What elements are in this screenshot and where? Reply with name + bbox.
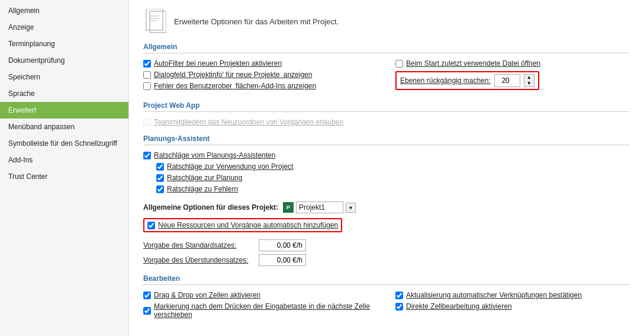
project-selector: P Projekt1 ▾ (283, 201, 356, 213)
beim-start-row: Beim Start zuletzt verwendete Datei öffn… (395, 59, 630, 68)
direkte-checkbox[interactable] (395, 303, 403, 311)
ebenen-input[interactable]: 20 (494, 74, 520, 87)
ebenen-down-button[interactable]: ▼ (524, 81, 534, 87)
ratschlaege-checkbox[interactable] (143, 152, 151, 159)
beim-start-label: Beim Start zuletzt verwendete Datei öffn… (406, 59, 540, 68)
markierung-checkbox[interactable] (143, 307, 151, 315)
ebenen-container: Ebenen rückgängig machen: 20 ▲ ▼ (395, 71, 630, 90)
ratschlaege-fehler-row: Ratschläge zu Fehlern (143, 185, 630, 193)
dialogfeld-row: Dialogfeld 'Projektinfo' für neue Projek… (143, 71, 378, 79)
ratschlaege-fehler-label: Ratschläge zu Fehlern (167, 185, 238, 193)
projekt-optionen-header-row: Allgemeine Optionen für dieses Projekt: … (143, 201, 630, 213)
dialogfeld-checkbox[interactable] (143, 71, 151, 79)
ebenen-highlight-box: Ebenen rückgängig machen: 20 ▲ ▼ (395, 71, 539, 90)
fehler-row: Fehler des Benutzeroberﾠflächen-Add-Ins … (143, 82, 378, 90)
svg-rect-0 (146, 9, 163, 30)
sidebar-item-sprache[interactable]: Sprache (0, 85, 128, 102)
page-title: Erweiterte Optionen für das Arbeiten mit… (174, 17, 339, 26)
allgemein-two-col: AutoFilter bei neuen Projekten aktiviere… (143, 59, 630, 93)
fehler-checkbox[interactable] (143, 82, 151, 90)
autofilter-checkbox[interactable] (143, 60, 151, 68)
planung-row: Ratschläge zur Planung (143, 174, 630, 182)
page-header: Erweiterte Optionen für das Arbeiten mit… (143, 9, 630, 33)
standardsatz-label: Vorgabe des Standardsatzes: (143, 241, 253, 249)
section-projekt-optionen: Allgemeine Optionen für dieses Projekt: … (143, 201, 630, 266)
beim-start-checkbox[interactable] (395, 60, 403, 68)
section-projectweb-header: Project Web App (143, 101, 630, 112)
markierung-row: Markierung nach dem Drücken der Eingabet… (143, 302, 378, 319)
direkte-label: Direkte Zellbearbeitung aktivieren (406, 302, 512, 311)
ebenen-label: Ebenen rückgängig machen: (400, 76, 491, 85)
projekt-optionen-label: Allgemeine Optionen für dieses Projekt: (143, 203, 278, 212)
section-project-web: Project Web App Teammitgliedern das Neuz… (143, 101, 630, 126)
standardsatz-input[interactable] (259, 239, 306, 251)
section-allgemein-header: Allgemein (143, 43, 630, 53)
sidebar-item-symbolleiste[interactable]: Symbolleiste für den Schnellzugriff (0, 135, 128, 152)
section-planungs: Planungs-Assistent Ratschläge vom Planun… (143, 135, 630, 193)
sidebar-item-addins[interactable]: Add-Ins (0, 152, 128, 168)
project-dropdown[interactable]: Projekt1 (296, 201, 343, 213)
svg-rect-1 (150, 11, 166, 33)
markierung-label: Markierung nach dem Drücken der Eingabet… (154, 302, 378, 319)
sidebar-item-erweitert[interactable]: Erweitert (0, 102, 128, 119)
ueberstunden-label: Vorgabe des Überstundensatzes: (143, 256, 253, 264)
drag-checkbox[interactable] (143, 292, 151, 299)
neue-ressourcen-wrapper: Neue Ressourcen und Vorgänge automatisch… (143, 218, 630, 236)
autofilter-row: AutoFilter bei neuen Projekten aktiviere… (143, 59, 378, 68)
allgemein-col-right: Beim Start zuletzt verwendete Datei öffn… (395, 59, 630, 93)
neue-ressourcen-label: Neue Ressourcen und Vorgänge automatisch… (158, 221, 338, 229)
ebenen-spinner: ▲ ▼ (524, 74, 534, 87)
bearbeiten-col-left: Drag & Drop von Zellen aktivieren Markie… (143, 291, 378, 322)
sidebar-item-dokumentpruefung[interactable]: Dokumentprüfung (0, 52, 128, 69)
section-bearbeiten: Bearbeiten Drag & Drop von Zellen aktivi… (143, 274, 630, 322)
verwendung-row: Ratschläge zur Verwendung von Project (143, 162, 630, 171)
ratschlaege-fehler-checkbox[interactable] (156, 185, 164, 193)
sidebar-item-anzeige[interactable]: Anzeige (0, 19, 128, 36)
team-checkbox[interactable] (143, 119, 151, 126)
project-icon: P (283, 202, 294, 213)
sidebar-item-speichern[interactable]: Speichern (0, 69, 128, 85)
planung-checkbox[interactable] (156, 174, 164, 182)
verwendung-checkbox[interactable] (156, 163, 164, 171)
sidebar-item-trustcenter[interactable]: Trust Center (0, 168, 128, 185)
section-planungs-header: Planungs-Assistent (143, 135, 630, 145)
ebenen-up-button[interactable]: ▲ (524, 75, 534, 81)
section-bearbeiten-header: Bearbeiten (143, 274, 630, 285)
dialogfeld-label: Dialogfeld 'Projektinfo' für neue Projek… (154, 71, 312, 79)
planung-label: Ratschläge zur Planung (167, 174, 242, 182)
allgemein-col-left: AutoFilter bei neuen Projekten aktiviere… (143, 59, 378, 93)
project-dropdown-arrow[interactable]: ▾ (346, 203, 356, 213)
sidebar-item-allgemein[interactable]: Allgemein (0, 2, 128, 19)
ueberstunden-row: Vorgabe des Überstundensatzes: (143, 254, 630, 266)
ueberstunden-input[interactable] (259, 254, 306, 266)
direkte-row: Direkte Zellbearbeitung aktivieren (395, 302, 630, 311)
standardsatz-row: Vorgabe des Standardsatzes: (143, 239, 630, 251)
bearbeiten-two-col: Drag & Drop von Zellen aktivieren Markie… (143, 291, 630, 322)
aktualisierung-checkbox[interactable] (395, 292, 403, 299)
main-content: Erweiterte Optionen für das Arbeiten mit… (129, 0, 644, 336)
bearbeiten-col-right: Aktualisierung automatischer Verknüpfung… (395, 291, 630, 322)
drag-row: Drag & Drop von Zellen aktivieren (143, 291, 378, 299)
page-icon (143, 9, 167, 33)
sidebar: Allgemein Anzeige Terminplanung Dokument… (0, 0, 129, 336)
sidebar-item-menuband[interactable]: Menüband anpassen (0, 119, 128, 135)
neue-ressourcen-checkbox[interactable] (147, 222, 155, 229)
team-row: Teammitgliedern das Neuzuordnen von Vorg… (143, 118, 630, 126)
autofilter-label: AutoFilter bei neuen Projekten aktiviere… (154, 59, 282, 68)
aktualisierung-label: Aktualisierung automatischer Verknüpfung… (406, 291, 582, 299)
sidebar-item-terminplanung[interactable]: Terminplanung (0, 36, 128, 52)
section-allgemein: Allgemein AutoFilter bei neuen Projekten… (143, 43, 630, 93)
ratschlaege-label: Ratschläge vom Planungs-Assistenten (154, 151, 275, 159)
aktualisierung-row: Aktualisierung automatischer Verknüpfung… (395, 291, 630, 299)
drag-label: Drag & Drop von Zellen aktivieren (154, 291, 260, 299)
verwendung-label: Ratschläge zur Verwendung von Project (167, 162, 293, 171)
fehler-label: Fehler des Benutzeroberﾠflächen-Add-Ins … (154, 82, 316, 90)
ratschlaege-row: Ratschläge vom Planungs-Assistenten (143, 151, 630, 159)
team-label: Teammitgliedern das Neuzuordnen von Vorg… (154, 118, 343, 126)
neue-ressourcen-highlight-row: Neue Ressourcen und Vorgänge automatisch… (143, 218, 342, 232)
